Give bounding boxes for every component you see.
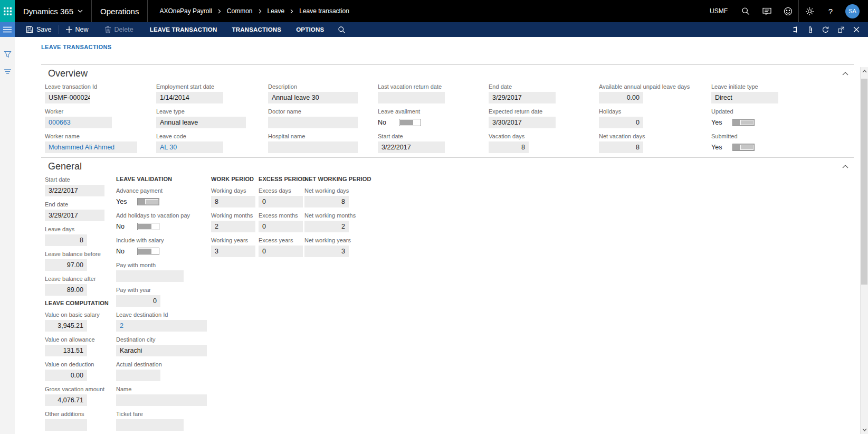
other-additions-input[interactable]	[45, 419, 87, 431]
office-icon[interactable]	[787, 22, 803, 37]
excess-months-input[interactable]: 0	[259, 221, 303, 232]
leave-balance-before-input[interactable]: 97.00	[45, 259, 87, 271]
tab-options[interactable]: OPTIONS	[289, 22, 331, 37]
leave-initiate-type-input[interactable]: Direct	[711, 92, 778, 103]
vertical-scrollbar[interactable]	[860, 67, 868, 434]
employment-start-date-input[interactable]: 1/14/2014	[156, 92, 223, 103]
excess-years-input[interactable]: 0	[259, 246, 303, 257]
scrollbar-up-arrow-icon[interactable]	[861, 67, 868, 76]
general-end-date-input[interactable]: 3/29/2017	[45, 210, 104, 221]
refresh-icon[interactable]	[818, 22, 833, 37]
general-column-excess-period: EXCESS PERIOD Excess days 0 Excess month…	[259, 176, 304, 261]
net-vacation-days-input[interactable]: 8	[599, 141, 643, 153]
leave-code-link[interactable]: AL 30	[156, 141, 223, 153]
working-months-input[interactable]: 2	[211, 221, 255, 232]
overview-grid: Leave transaction Id USMF-000024 Employm…	[45, 83, 854, 157]
smiley-icon[interactable]	[777, 0, 798, 22]
net-working-days-input[interactable]: 8	[304, 196, 349, 207]
tab-transactions[interactable]: TRANSACTIONS	[224, 22, 289, 37]
filter-icon[interactable]	[4, 51, 12, 58]
user-avatar[interactable]: SA	[845, 4, 860, 18]
scrollbar-thumb[interactable]	[861, 79, 867, 285]
tab-leave-transaction[interactable]: LEAVE TRANSACTION	[142, 22, 225, 37]
help-icon[interactable]: ?	[820, 0, 841, 22]
breadcrumb-item-page[interactable]: Leave transaction	[299, 7, 349, 15]
company-picker[interactable]: USMF	[702, 7, 735, 15]
advanced-filter-icon[interactable]	[4, 69, 12, 74]
field-add-holidays-to-vacation-pay: Add holidays to vacation pay No	[116, 212, 211, 232]
general-collapse-chevron-icon[interactable]	[840, 163, 851, 171]
field-working-years: Working years 3	[211, 237, 259, 257]
field-leave-code: Leave code AL 30	[156, 133, 268, 153]
feedback-icon[interactable]	[756, 0, 777, 22]
leave-availment-toggle[interactable]	[399, 119, 421, 126]
nav-menu-button[interactable]	[0, 22, 15, 37]
include-with-salary-toggle[interactable]	[137, 248, 159, 255]
pay-with-month-input[interactable]	[116, 270, 184, 282]
toggle-knob	[740, 120, 753, 125]
net-working-months-input[interactable]: 2	[304, 221, 349, 232]
ticket-fare-input[interactable]	[116, 419, 184, 431]
popout-window-icon[interactable]	[833, 22, 848, 37]
worker-link[interactable]: 000663	[45, 117, 112, 128]
doctor-name-input[interactable]	[268, 117, 358, 128]
breadcrumb: AXOnePay Payroll Common Leave Leave tran…	[148, 7, 349, 15]
working-years-input[interactable]: 3	[211, 246, 255, 257]
vacation-days-input[interactable]: 8	[489, 141, 529, 153]
start-date-input[interactable]: 3/22/2017	[378, 141, 445, 153]
gross-vacation-amount-input[interactable]: 4,076.71	[45, 394, 87, 406]
name-input[interactable]	[116, 394, 207, 406]
general-start-date-input[interactable]: 3/22/2017	[45, 185, 104, 196]
add-holidays-to-vacation-pay-toggle[interactable]	[137, 223, 159, 230]
end-date-input[interactable]: 3/29/2017	[489, 92, 556, 103]
field-worker-name: Worker name Mohammed Ali Ahmed	[45, 133, 156, 153]
advance-payment-toggle[interactable]	[137, 198, 159, 205]
general-column-work-period: WORK PERIOD Working days 8 Working month…	[211, 176, 259, 261]
settings-gear-icon[interactable]	[799, 0, 820, 22]
search-icon[interactable]	[735, 0, 756, 22]
new-button[interactable]: New	[60, 22, 94, 37]
expected-return-date-input[interactable]: 3/30/2017	[489, 117, 556, 128]
close-icon[interactable]	[848, 22, 864, 37]
destination-city-input[interactable]: Karachi	[116, 345, 207, 356]
hamburger-icon	[3, 26, 12, 33]
last-vacation-return-date-input[interactable]	[378, 92, 445, 103]
field-leave-availment: Leave availment No	[378, 108, 489, 128]
attach-paperclip-icon[interactable]	[803, 22, 818, 37]
save-button[interactable]: Save	[20, 22, 58, 37]
field-updated: Updated Yes	[711, 108, 854, 128]
leave-type-input[interactable]: Annual leave	[156, 117, 246, 128]
leave-destination-id-link[interactable]: 2	[116, 320, 207, 332]
updated-toggle[interactable]	[732, 119, 755, 126]
leave-transaction-id-input[interactable]: USMF-000024	[45, 92, 90, 103]
leave-balance-after-input[interactable]: 89.00	[45, 284, 87, 296]
value-on-allowance-input[interactable]: 131.51	[45, 345, 87, 356]
breadcrumb-item-group[interactable]: Leave	[268, 7, 285, 15]
leave-days-input[interactable]: 8	[45, 234, 87, 246]
overview-collapse-chevron-icon[interactable]	[840, 70, 851, 78]
dynamics-365-menu[interactable]: Dynamics 365	[15, 0, 91, 22]
holidays-input[interactable]: 0	[599, 117, 643, 128]
description-input[interactable]: Annual leave 30	[268, 92, 358, 103]
field-available-annual-unpaid-leave-days: Available annual unpaid leave days 0.00	[599, 83, 711, 103]
field-net-working-months: Net working months 2	[304, 212, 363, 232]
excess-days-input[interactable]: 0	[259, 196, 303, 207]
working-days-input[interactable]: 8	[211, 196, 255, 207]
app-name-operations[interactable]: Operations	[92, 0, 147, 22]
page-caption-link[interactable]: LEAVE TRANSACTIONS	[41, 37, 854, 64]
worker-name-link[interactable]: Mohammed Ali Ahmed	[45, 141, 137, 153]
delete-button[interactable]: Delete	[99, 22, 139, 37]
actionbar-search-icon[interactable]	[331, 26, 352, 34]
submitted-toggle[interactable]	[732, 144, 755, 151]
breadcrumb-item-module[interactable]: AXOnePay Payroll	[159, 7, 212, 15]
actual-destination-input[interactable]	[116, 370, 160, 381]
value-on-deduction-input[interactable]: 0.00	[45, 370, 87, 381]
available-annual-unpaid-leave-days-input[interactable]: 0.00	[599, 92, 643, 103]
scrollbar-down-arrow-icon[interactable]	[861, 426, 868, 434]
hospital-name-input[interactable]	[268, 141, 358, 153]
breadcrumb-item-area[interactable]: Common	[227, 7, 253, 15]
pay-with-year-input[interactable]: 0	[116, 295, 160, 307]
value-on-basic-salary-input[interactable]: 3,945.21	[45, 320, 87, 332]
app-launcher-button[interactable]	[0, 0, 15, 22]
net-working-years-input[interactable]: 3	[304, 246, 349, 257]
